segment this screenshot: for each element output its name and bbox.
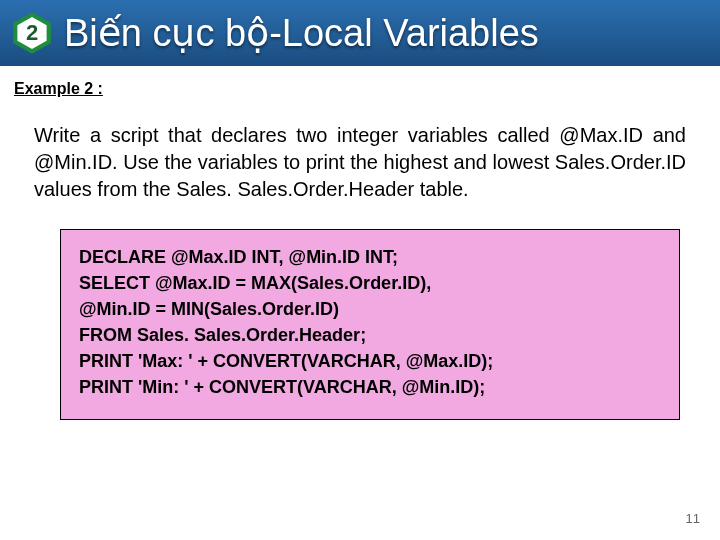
code-block: DECLARE @Max.ID INT, @Min.ID INT; SELECT… bbox=[60, 229, 680, 420]
slide-title: Biến cục bộ-Local Variables bbox=[64, 11, 539, 55]
badge-number: 2 bbox=[26, 20, 38, 46]
hex-badge: 2 bbox=[10, 11, 54, 55]
page-number: 11 bbox=[686, 511, 700, 526]
slide-header: 2 Biến cục bộ-Local Variables bbox=[0, 0, 720, 66]
example-label: Example 2 : bbox=[14, 80, 720, 98]
task-description: Write a script that declares two integer… bbox=[34, 122, 686, 203]
